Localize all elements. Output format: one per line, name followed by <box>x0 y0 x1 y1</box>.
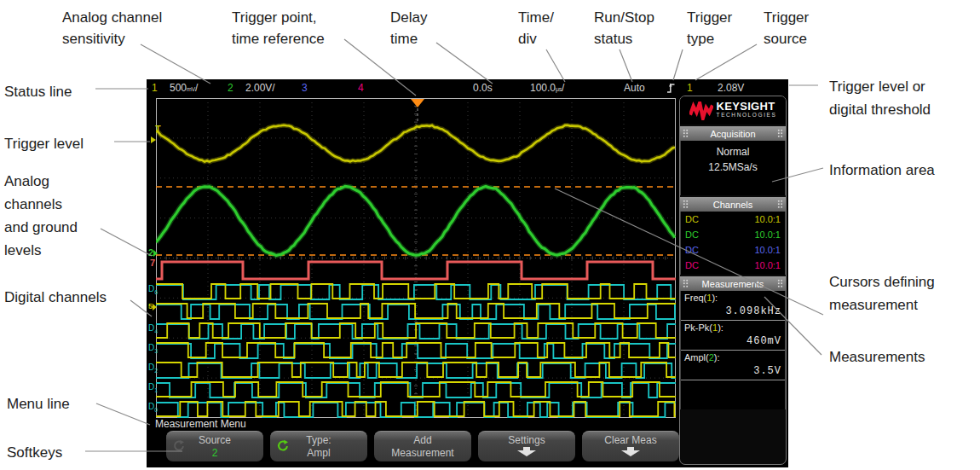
acquisition-panel-header[interactable]: Acquisition <box>680 126 786 141</box>
waveform-display-area[interactable] <box>156 98 676 418</box>
measurement-freq[interactable]: Freq(1): 3.098kHz <box>681 291 785 321</box>
annotation-delay-time: Delay time <box>390 7 427 49</box>
menu-line: Measurement Menu <box>155 418 246 430</box>
digital-d4-label[interactable]: D4 <box>148 324 158 336</box>
channels-panel-header[interactable]: Channels <box>680 197 786 212</box>
annotation-menu-line: Menu line <box>7 393 70 415</box>
digital-d7-label[interactable]: 7 <box>150 258 155 268</box>
softkey-type[interactable]: Type: Ampl <box>270 431 367 461</box>
channel-row[interactable]: DC10.0:1 <box>681 258 785 273</box>
drag-grip-icon[interactable] <box>777 279 783 288</box>
manual-figure: Analog channel sensitivity Trigger point… <box>0 0 980 470</box>
information-area: KEYSIGHT TECHNOLOGIES Acquisition Normal… <box>679 96 787 465</box>
brand-subtitle: TECHNOLOGIES <box>717 111 777 119</box>
down-arrow-icon <box>516 447 538 460</box>
digital-d1-label[interactable]: D1 <box>148 383 158 395</box>
digital-d0-label[interactable]: D0 <box>148 403 158 415</box>
softkey-clear-meas[interactable]: Clear Meas <box>582 431 679 461</box>
annotation-measurements: Measurements <box>829 346 925 368</box>
channel-row[interactable]: DC10.0:1 <box>681 212 785 227</box>
status-channel1-number[interactable]: 1 <box>152 82 158 94</box>
annotation-trigger-level-or-threshold: Trigger level or digital threshold <box>829 75 931 121</box>
annotation-information-area: Information area <box>829 160 935 181</box>
status-delay-time[interactable]: 0.0s <box>473 82 493 94</box>
brand-name: KEYSIGHT <box>717 102 777 111</box>
annotation-trigger-point: Trigger point, time reference <box>232 7 325 49</box>
annotation-analog-channels: Analog channels and ground levels <box>4 170 78 262</box>
status-run-stop[interactable]: Auto <box>624 82 645 94</box>
keysight-spark-icon <box>689 102 713 120</box>
annotation-trigger-level: Trigger level <box>4 133 84 154</box>
circular-arrow-icon <box>276 439 289 455</box>
digital-d2-label[interactable]: D2 <box>148 363 158 375</box>
annotation-status-line: Status line <box>4 81 72 102</box>
keysight-logo: KEYSIGHT TECHNOLOGIES <box>680 96 786 125</box>
digital-d6-label[interactable]: D6 <box>148 285 158 297</box>
channel-row[interactable]: DC10.0:1 <box>681 242 785 258</box>
digital-d5-selected-pointer[interactable]: 5 <box>148 302 157 311</box>
annotation-trigger-source: Trigger source <box>764 7 809 49</box>
status-channel4-number[interactable]: 4 <box>358 82 364 94</box>
trigger-type-edge-icon[interactable] <box>666 81 676 96</box>
annotation-run-stop-status: Run/Stop status <box>594 7 654 49</box>
annotation-time-div: Time/ div <box>518 7 554 49</box>
annotation-trigger-type: Trigger type <box>687 7 732 49</box>
channel2-ground-marker[interactable]: 2 <box>148 248 158 258</box>
softkey-add-measurement[interactable]: Add Measurement <box>374 431 471 461</box>
annotation-digital-channels: Digital channels <box>4 287 107 308</box>
down-arrow-icon <box>620 447 642 460</box>
status-channel2-number[interactable]: 2 <box>228 82 233 94</box>
measurements-panel: Freq(1): 3.098kHz Pk-Pk(1): 460mV Ampl(2… <box>680 291 786 409</box>
status-time-div[interactable]: 100.0μs/ <box>530 82 564 94</box>
drag-grip-icon[interactable] <box>777 200 783 209</box>
channel-row[interactable]: DC10.0:1 <box>681 227 785 242</box>
acquisition-mode: Normal <box>681 144 785 160</box>
drag-grip-icon[interactable] <box>683 279 689 288</box>
drag-grip-icon[interactable] <box>683 129 689 138</box>
measurement-pkpk[interactable]: Pk-Pk(1): 460mV <box>681 321 785 351</box>
status-channel2-sensitivity[interactable]: 2.00V/ <box>245 82 275 94</box>
drag-grip-icon[interactable] <box>683 200 689 209</box>
annotation-analog-channel-sensitivity: Analog channel sensitivity <box>62 7 162 49</box>
softkey-source[interactable]: Source 2 <box>166 431 263 461</box>
annotation-cursors: Cursors defining measurement <box>829 270 935 316</box>
status-channel3-number[interactable]: 3 <box>302 82 308 94</box>
measurement-ampl[interactable]: Ampl(2): 3.5V <box>681 351 785 380</box>
acquisition-panel: Normal 12.5MSa/s <box>680 141 786 195</box>
trigger-level-marker[interactable]: T <box>155 125 161 134</box>
status-channel1-sensitivity[interactable]: 500mV/ <box>170 82 198 94</box>
drag-grip-icon[interactable] <box>777 129 783 138</box>
status-trigger-level[interactable]: 2.08V <box>718 82 744 94</box>
status-trigger-source[interactable]: 1 <box>687 82 693 94</box>
annotation-softkeys: Softkeys <box>7 442 62 463</box>
status-line: 1 500mV/ 2 2.00V/ 3 4 0.0s 100.0μs/ Auto… <box>147 79 788 96</box>
oscilloscope-screen: 1 500mV/ 2 2.00V/ 3 4 0.0s 100.0μs/ Auto… <box>147 79 788 467</box>
circular-arrow-icon <box>172 439 185 455</box>
softkey-settings[interactable]: Settings <box>478 431 575 461</box>
digital-d3-label[interactable]: D3 <box>148 344 158 356</box>
channels-panel: DC10.0:1 DC10.0:1 DC10.0:1 DC10.0:1 <box>680 212 786 275</box>
measurements-panel-header[interactable]: Measurements <box>680 276 786 291</box>
acquisition-sample-rate: 12.5MSa/s <box>681 160 785 175</box>
trigger-level-arrow-icon[interactable] <box>151 135 156 144</box>
